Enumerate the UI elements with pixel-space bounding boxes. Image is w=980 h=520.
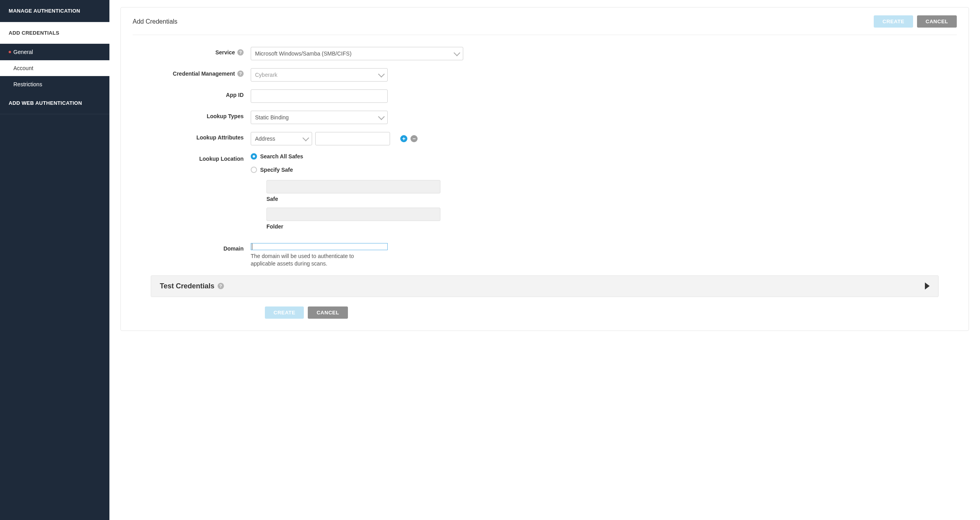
test-credentials-title: Test Credentials <box>160 282 214 290</box>
service-label: Service ? <box>133 47 251 56</box>
lookup-attributes-select[interactable]: Address <box>251 132 312 145</box>
radio-search-all-safes[interactable] <box>251 153 257 160</box>
lookup-types-label: Lookup Types <box>133 111 251 119</box>
folder-label: Folder <box>266 223 566 230</box>
add-credentials-panel: Add Credentials CREATE CANCEL Service ? … <box>120 7 969 331</box>
service-select[interactable]: Microsoft Windows/Samba (SMB/CIFS) <box>251 47 463 60</box>
sidebar-item-general[interactable]: General <box>0 44 109 60</box>
sidebar-item-account[interactable]: Account <box>0 60 109 76</box>
test-credentials-toggle[interactable]: Test Credentials ? <box>151 275 939 297</box>
lookup-types-select[interactable]: Static Binding <box>251 111 388 124</box>
create-button-bottom[interactable]: CREATE <box>265 306 304 319</box>
domain-helptext: The domain will be used to authenticate … <box>251 253 377 267</box>
help-icon[interactable]: ? <box>218 283 224 289</box>
radio-specify-safe-label: Specify Safe <box>260 167 293 173</box>
app-id-label: App ID <box>133 89 251 98</box>
panel-header: Add Credentials CREATE CANCEL <box>133 15 957 35</box>
lookup-attributes-label: Lookup Attributes <box>133 132 251 141</box>
sidebar-heading-manage-auth[interactable]: MANAGE AUTHENTICATION <box>0 0 109 22</box>
app-id-input[interactable] <box>251 89 388 103</box>
radio-specify-safe[interactable] <box>251 167 257 173</box>
create-button-top[interactable]: CREATE <box>874 15 913 28</box>
sidebar-heading-add-web-auth[interactable]: ADD WEB AUTHENTICATION <box>0 92 109 114</box>
safe-label: Safe <box>266 196 566 202</box>
credential-management-select[interactable]: Cyberark <box>251 68 388 82</box>
main-content: Add Credentials CREATE CANCEL Service ? … <box>109 0 980 520</box>
cancel-button-bottom[interactable]: CANCEL <box>308 306 348 319</box>
cancel-button-top[interactable]: CANCEL <box>917 15 957 28</box>
credential-management-label: Credential Management ? <box>133 68 251 77</box>
lookup-location-label: Lookup Location <box>133 153 251 162</box>
domain-input[interactable] <box>251 243 388 250</box>
sidebar: MANAGE AUTHENTICATION ADD CREDENTIALS Ge… <box>0 0 109 520</box>
radio-search-all-safes-label: Search All Safes <box>260 153 303 160</box>
help-icon[interactable]: ? <box>237 49 244 56</box>
domain-label: Domain <box>133 243 251 252</box>
help-icon[interactable]: ? <box>237 71 244 77</box>
sidebar-heading-add-credentials[interactable]: ADD CREDENTIALS <box>0 22 109 44</box>
remove-attribute-button[interactable]: − <box>410 135 418 142</box>
sidebar-item-restrictions[interactable]: Restrictions <box>0 76 109 92</box>
add-attribute-button[interactable]: + <box>400 135 407 142</box>
safe-input <box>266 180 440 193</box>
chevron-right-icon <box>925 282 930 290</box>
folder-input <box>266 208 440 221</box>
panel-title: Add Credentials <box>133 18 178 25</box>
lookup-attributes-input[interactable] <box>315 132 390 145</box>
